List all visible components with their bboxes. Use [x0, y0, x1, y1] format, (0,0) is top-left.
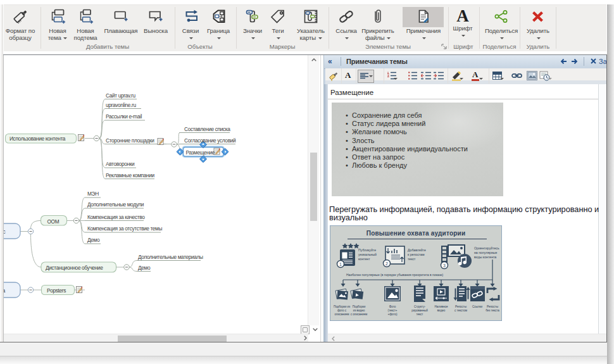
svg-text:текст: текст — [417, 313, 424, 316]
svg-text:3: 3 — [443, 263, 446, 268]
svg-text:с описанием: с описанием — [351, 313, 367, 316]
svg-text:Составление списка: Составление списка — [184, 126, 230, 132]
svg-text:описанием: описанием — [335, 313, 349, 316]
svg-text:без текста: без текста — [486, 309, 499, 312]
svg-text:МЭН: МЭН — [87, 191, 99, 197]
svg-text:уникальный: уникальный — [358, 253, 377, 256]
svg-text:Сайт uprav.ru: Сайт uprav.ru — [106, 92, 135, 99]
svg-text:Автоворонки: Автоворонки — [106, 161, 135, 167]
svg-text:Наливное: Наливное — [435, 305, 448, 308]
svg-text:Дистанционное обучение: Дистанционное обучение — [46, 265, 103, 271]
svg-text:Структу-: Структу- — [414, 305, 425, 308]
svg-text:фото с: фото с — [337, 309, 347, 312]
svg-text:на популярные: на популярные — [474, 251, 497, 254]
svg-text:рированный: рированный — [411, 308, 428, 312]
svg-text:Popsters: Popsters — [47, 287, 66, 294]
svg-text:Добавляйте: Добавляйте — [408, 248, 426, 252]
svg-text:Использование контента: Использование контента — [9, 135, 66, 142]
svg-text:1: 1 — [339, 262, 342, 267]
svg-text:Согласование условий: Согласование условий — [184, 137, 236, 144]
svg-text:Демо: Демо — [87, 237, 100, 243]
svg-text:Рекламные компании: Рекламные компании — [106, 172, 155, 179]
svg-text:Дополнительные материалы: Дополнительные материалы — [138, 254, 203, 260]
svg-text:Компенсация за качество: Компенсация за качество — [87, 214, 145, 220]
svg-text:Рассылки e-mail: Рассылки e-mail — [106, 113, 142, 120]
svg-text:текст: текст — [408, 257, 416, 261]
svg-text:с текстом: с текстом — [454, 309, 467, 312]
svg-text:Публикуйте: Публикуйте — [358, 248, 376, 252]
svg-text:Сторонние площадки: Сторонние площадки — [106, 137, 154, 144]
svg-text:Дополнительные модули: Дополнительные модули — [87, 201, 144, 208]
svg-text:видео: видео — [437, 309, 446, 312]
svg-text:из видео: из видео — [353, 309, 365, 312]
svg-text:виды контента: виды контента — [474, 255, 496, 259]
svg-text:(текст+: (текст+ — [388, 309, 398, 312]
svg-text:ООМ: ООМ — [47, 218, 60, 225]
svg-text:+фото): +фото) — [388, 313, 398, 316]
svg-text:к репостам: к репостам — [408, 253, 425, 256]
svg-text:Репосты: Репосты — [455, 305, 467, 308]
svg-text:Фото: Фото — [389, 305, 396, 308]
svg-text:Размещение: Размещение — [186, 149, 215, 156]
svg-text:Ориентируйтесь: Ориентируйтесь — [474, 246, 499, 250]
svg-text:Подборки: Подборки — [353, 305, 366, 308]
svg-text:2: 2 — [385, 261, 388, 266]
svg-text:Репосты: Репосты — [487, 305, 499, 308]
svg-text:Подборки из: Подборки из — [334, 305, 350, 308]
svg-text:Демо: Демо — [138, 265, 151, 271]
svg-text:Повышение охвата аудитории: Повышение охвата аудитории — [367, 230, 466, 237]
svg-text:Наиболее популярные (в порядке: Наиболее популярные (в порядке убывания … — [346, 273, 444, 277]
svg-text:контент: контент — [358, 257, 370, 261]
svg-text:Ссылки: Ссылки — [472, 305, 482, 308]
svg-text:Компенсация за отсутствие темы: Компенсация за отсутствие темы — [87, 225, 162, 232]
svg-text:upravonline.ru: upravonline.ru — [106, 102, 136, 108]
